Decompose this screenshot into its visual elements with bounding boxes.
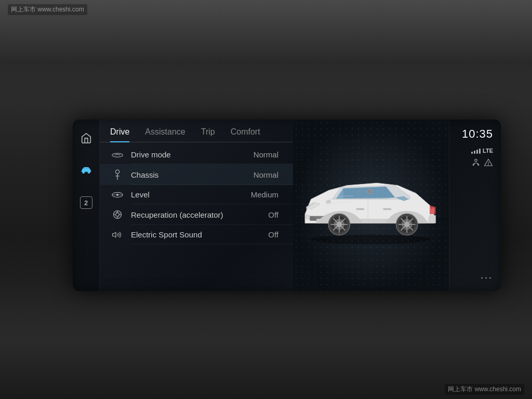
tab-assistance[interactable]: Assistance — [145, 127, 185, 142]
svg-point-34 — [367, 189, 372, 194]
level-label: Level — [131, 190, 251, 199]
electric-sport-sound-label: Electric Sport Sound — [131, 230, 268, 239]
recuperation-label: Recuperation (accelerator) — [131, 210, 268, 219]
svg-point-35 — [475, 159, 477, 162]
recuperation-value: Off — [268, 210, 278, 219]
menu-item-chassis[interactable]: Chassis Normal — [100, 164, 293, 185]
chassis-icon — [110, 169, 125, 180]
svg-rect-15 — [383, 208, 391, 210]
watermark-bottom: 网上车市 www.cheshi.com — [445, 384, 524, 395]
svg-point-2 — [112, 153, 123, 157]
top-blur-overlay — [0, 0, 532, 104]
svg-rect-14 — [356, 208, 364, 210]
svg-point-11 — [311, 235, 431, 244]
signal-row: LTE — [471, 148, 493, 154]
sidebar-icon-number[interactable]: 2 — [78, 194, 95, 211]
tab-comfort[interactable]: Comfort — [231, 127, 260, 142]
svg-point-1 — [88, 171, 90, 173]
svg-point-37 — [488, 165, 489, 165]
sidebar-icon-car[interactable] — [78, 162, 95, 179]
sidebar: 2 — [73, 119, 100, 291]
signal-bar-2 — [474, 151, 475, 154]
svg-point-0 — [82, 171, 84, 173]
menu-item-electric-sport-sound[interactable]: Electric Sport Sound Off — [100, 225, 293, 244]
infotainment-screen: 2 Drive Assistance Trip Comfort Drive mo… — [73, 119, 501, 291]
tab-trip[interactable]: Trip — [201, 127, 215, 142]
warning-triangle-icon — [484, 158, 493, 167]
svg-point-33 — [405, 222, 409, 227]
warning-icons — [471, 158, 493, 167]
bottom-area-overlay — [0, 285, 532, 399]
level-value: Medium — [251, 190, 278, 199]
menu-list: Drive mode Normal Chassis Normal — [100, 142, 293, 291]
chassis-value: Normal — [254, 170, 278, 179]
menu-item-drive-mode[interactable]: Drive mode Normal — [100, 145, 293, 164]
main-content: Drive Assistance Trip Comfort Drive mode… — [100, 119, 293, 291]
svg-point-24 — [337, 222, 341, 227]
lte-label: LTE — [483, 148, 493, 154]
watermark-top: 网上车市 www.cheshi.com — [8, 4, 87, 15]
level-icon — [110, 191, 125, 198]
signal-bars-icon — [471, 148, 481, 154]
drive-mode-value: Normal — [254, 150, 278, 159]
sidebar-icon-home[interactable] — [78, 130, 95, 147]
electric-sport-sound-icon — [110, 231, 125, 239]
electric-sport-sound-value: Off — [268, 230, 278, 239]
signal-bar-3 — [476, 150, 478, 154]
svg-point-3 — [115, 170, 119, 174]
menu-item-recuperation[interactable]: Recuperation (accelerator) Off — [100, 204, 293, 225]
drive-mode-label: Drive mode — [131, 150, 254, 159]
recuperation-icon — [110, 209, 125, 220]
car-illustration — [293, 119, 449, 291]
dots-menu[interactable]: ··· — [481, 272, 493, 283]
svg-point-8 — [116, 194, 118, 195]
menu-item-level[interactable]: Level Medium — [100, 185, 293, 204]
person-icon — [471, 158, 481, 167]
signal-bar-1 — [471, 152, 473, 154]
tab-bar: Drive Assistance Trip Comfort — [100, 119, 293, 142]
tab-drive[interactable]: Drive — [110, 127, 129, 142]
signal-bar-4 — [479, 149, 481, 154]
status-panel: 10:35 LTE ·· — [449, 119, 501, 291]
car-display — [293, 119, 449, 291]
chassis-label: Chassis — [131, 170, 254, 179]
drive-mode-icon — [110, 152, 125, 158]
time-display: 10:35 — [462, 127, 493, 141]
